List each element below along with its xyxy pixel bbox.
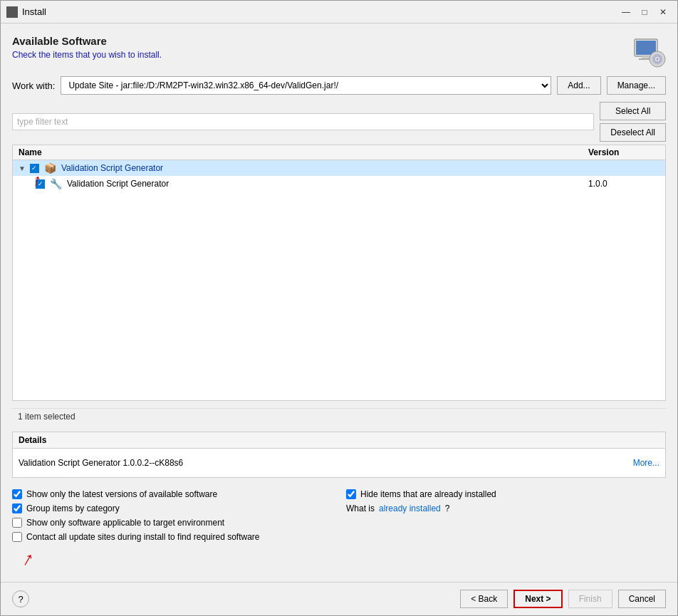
title-bar: Install — □ ✕ xyxy=(1,1,677,24)
maximize-button[interactable]: □ xyxy=(636,5,653,19)
header-title: Available Software xyxy=(12,35,162,47)
option-target-env-label: Show only software applicable to target … xyxy=(26,518,224,528)
header-text: Available Software Check the items that … xyxy=(12,35,162,60)
work-with-label: Work with: xyxy=(12,80,55,91)
manage-button[interactable]: Manage... xyxy=(607,76,666,95)
work-with-select[interactable]: Update Site - jar:file:/D:/RM2PT-win32.w… xyxy=(61,76,551,95)
option-group-category-label: Group items by category xyxy=(26,503,120,513)
item-name: Validation Script Generator xyxy=(61,163,163,173)
list-item[interactable]: ✓ 🔧 Validation Script Generator 1.0.0 xyxy=(13,176,665,192)
option-show-latest[interactable]: Show only the latest versions of availab… xyxy=(12,489,332,499)
child-icon: 🔧 xyxy=(50,178,62,189)
cancel-button[interactable]: Cancel xyxy=(618,590,666,608)
bottom-annotation: ↑ xyxy=(12,548,666,570)
option-group-category[interactable]: Group items by category xyxy=(12,503,332,513)
footer-left: ? xyxy=(12,590,29,607)
expand-arrow: ▼ xyxy=(19,165,26,172)
close-button[interactable]: ✕ xyxy=(654,5,672,19)
svg-point-11 xyxy=(657,58,659,61)
status-text: 1 item selected xyxy=(18,412,75,422)
finish-button[interactable]: Finish xyxy=(568,590,612,608)
option-hide-installed-checkbox[interactable] xyxy=(346,489,356,499)
window-title: Install xyxy=(22,6,46,17)
already-installed-link[interactable]: already installed xyxy=(379,503,441,513)
filter-input[interactable]: type filter text xyxy=(12,113,594,130)
status-bar: 1 item selected xyxy=(12,408,666,424)
option-already-installed: What is already installed ? xyxy=(346,503,666,513)
list-item[interactable]: ▼ ✓ 📦 Validation Script Generator xyxy=(13,160,665,176)
software-list: Name Version ▼ ✓ 📦 Validation Script Gen… xyxy=(12,145,666,401)
col-name-header: Name xyxy=(19,147,588,157)
option-contact-sites-checkbox[interactable] xyxy=(12,532,22,542)
list-header: Name Version xyxy=(13,145,665,160)
question-mark: ? xyxy=(445,503,450,513)
back-button[interactable]: < Back xyxy=(460,590,508,608)
work-with-row: Work with: Update Site - jar:file:/D:/RM… xyxy=(12,76,666,95)
option-hide-installed[interactable]: Hide items that are already installed xyxy=(346,489,666,499)
option-target-env-checkbox[interactable] xyxy=(12,518,22,528)
bottom-arrow-icon: ↑ xyxy=(19,547,38,572)
details-text: Validation Script Generator 1.0.0.2--cK8… xyxy=(19,458,183,468)
footer-right: < Back Next > Finish Cancel xyxy=(460,590,666,608)
option-show-latest-checkbox[interactable] xyxy=(12,489,22,499)
option-group-category-checkbox[interactable] xyxy=(12,503,22,513)
title-bar-left: Install xyxy=(6,6,46,18)
software-icon xyxy=(632,35,666,69)
minimize-button[interactable]: — xyxy=(617,5,635,19)
option-contact-sites-label: Contact all update sites during install … xyxy=(26,532,260,542)
window-icon xyxy=(6,6,18,18)
more-link[interactable]: More... xyxy=(633,458,659,468)
details-header: Details xyxy=(13,432,665,449)
next-button[interactable]: Next > xyxy=(513,590,562,608)
details-section: Details Validation Script Generator 1.0.… xyxy=(12,432,666,478)
header-section: Available Software Check the items that … xyxy=(12,35,666,69)
options-grid: Show only the latest versions of availab… xyxy=(12,485,666,546)
option-show-latest-label: Show only the latest versions of availab… xyxy=(26,489,217,499)
svg-rect-0 xyxy=(8,9,16,15)
item-name: Validation Script Generator xyxy=(67,179,169,189)
parent-icon: 📦 xyxy=(44,162,56,174)
option-contact-sites[interactable]: Contact all update sites during install … xyxy=(12,532,332,542)
option-target-env[interactable]: Show only software applicable to target … xyxy=(12,518,332,528)
add-button[interactable]: Add... xyxy=(557,76,600,95)
help-button[interactable]: ? xyxy=(12,590,29,607)
install-dialog: Install — □ ✕ Available Software Check t… xyxy=(0,0,678,616)
header-subtitle: Check the items that you wish to install… xyxy=(12,50,162,60)
content-area: Available Software Check the items that … xyxy=(1,24,677,582)
item-version: 1.0.0 xyxy=(588,179,659,189)
dialog-footer: ? < Back Next > Finish Cancel xyxy=(1,582,677,615)
what-is-label: What is xyxy=(346,503,375,513)
col-version-header: Version xyxy=(588,147,659,157)
details-content: Validation Script Generator 1.0.0.2--cK8… xyxy=(13,449,665,477)
svg-rect-6 xyxy=(642,56,650,58)
deselect-all-button[interactable]: Deselect All xyxy=(600,123,666,142)
title-bar-controls: — □ ✕ xyxy=(617,5,672,19)
option-hide-installed-label: Hide items that are already installed xyxy=(360,489,496,499)
select-all-button[interactable]: Select All xyxy=(600,102,666,120)
filter-placeholder: type filter text xyxy=(17,117,68,127)
